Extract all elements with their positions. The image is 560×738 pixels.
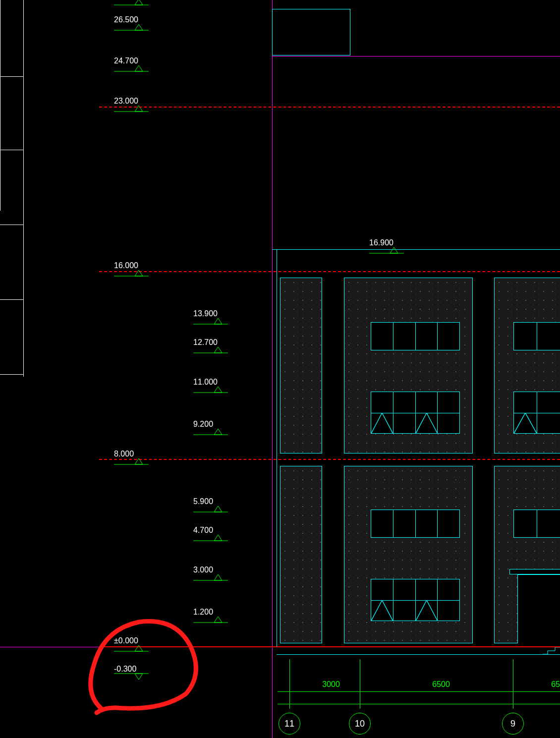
window-lower-strip	[371, 510, 460, 538]
elevation-label: ±0.000	[114, 636, 138, 645]
elevation-label: 1.200	[193, 608, 213, 617]
entrance-door	[517, 574, 560, 643]
wall-edge	[277, 249, 277, 647]
door-canopy	[509, 569, 560, 574]
left-frame-segment	[0, 72, 24, 211]
grid-bubble: 10	[349, 713, 371, 735]
dimension-value: 6500	[367, 680, 515, 689]
grade-line	[277, 654, 560, 655]
window-upper-main	[371, 392, 460, 434]
floor-level-line	[99, 459, 560, 460]
roof-line	[272, 56, 560, 57]
elevation-label: 24.700	[114, 57, 138, 65]
elevation-label: 8.000	[114, 450, 134, 458]
elevation-label: 11.000	[193, 378, 218, 387]
dimension-tick	[360, 686, 360, 709]
cad-elevation-drawing[interactable]: 27.500 26.500 24.700 23.000 16.000 8.000	[0, 0, 560, 738]
grid-id: 9	[510, 719, 515, 729]
floor-level-line	[99, 107, 560, 108]
dimension-line	[278, 704, 560, 704]
left-frame-tick	[0, 299, 24, 300]
elevation-label: 13.900	[193, 309, 218, 318]
elevation-label: 3.000	[193, 566, 213, 574]
elevation-label: 16.900	[369, 238, 393, 247]
floor-level-line	[99, 271, 560, 272]
elevation-label: 12.700	[193, 338, 218, 347]
section-line-vertical	[272, 0, 273, 738]
hand-annotation-circle	[87, 610, 211, 719]
elevation-label: 16.000	[114, 261, 138, 270]
left-frame-tick	[0, 374, 24, 375]
dimension-line	[278, 691, 560, 692]
facade-pier	[280, 466, 322, 643]
elevation-label: 5.900	[193, 497, 213, 506]
window-upper-strip	[371, 322, 460, 350]
slab-edge	[272, 249, 560, 250]
window-upper-strip	[513, 322, 560, 350]
left-frame-edge	[23, 0, 24, 377]
elevation-label: 4.700	[193, 526, 213, 535]
window-upper-main	[513, 392, 560, 434]
parapet-block	[272, 9, 350, 56]
ground-level-line	[99, 646, 560, 647]
left-frame-segment	[0, 0, 24, 77]
step-detail	[543, 647, 560, 654]
left-frame-tick	[0, 225, 24, 225]
grid-bubble: 11	[279, 713, 300, 735]
grid-id: 10	[355, 719, 365, 729]
grid-bubble: 9	[502, 713, 524, 735]
elevation-label: -0.300	[114, 665, 136, 674]
left-frame-tick	[0, 150, 24, 150]
window-lower-strip	[513, 510, 560, 538]
elevation-label: 26.500	[114, 15, 138, 24]
dimension-tick	[513, 686, 513, 709]
dimension-value: 6500	[515, 680, 560, 689]
dimension-tick	[289, 686, 290, 709]
elevation-label: 9.200	[193, 420, 213, 429]
grid-id: 11	[284, 719, 294, 729]
elevation-label: 23.000	[114, 97, 138, 106]
dimension-value: 3000	[296, 680, 366, 689]
facade-pier	[280, 278, 322, 454]
window-lower-main	[371, 579, 460, 621]
